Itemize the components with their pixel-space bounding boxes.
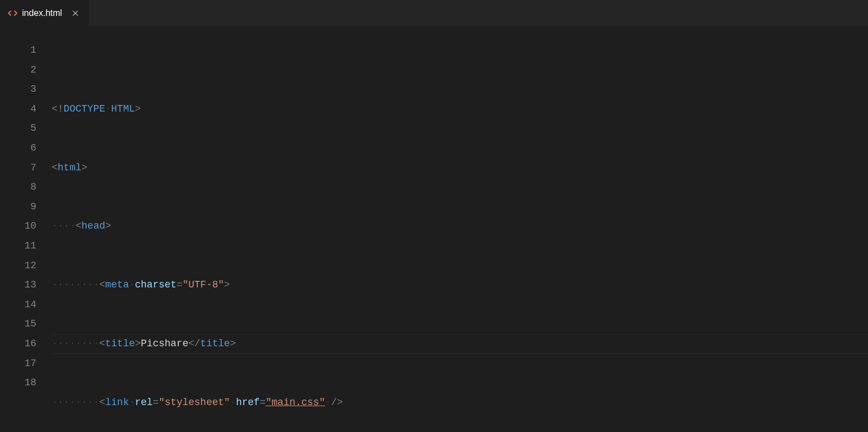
line-number: 11 [8,236,36,256]
line-number: 2 [8,60,36,80]
line-number: 1 [8,41,36,60]
line-number: 4 [8,99,36,119]
line-number-gutter: 1 2 3 4 5 6 7 8 9 10 11 12 13 14 15 16 1… [8,26,52,432]
tab-bar: index.html [0,0,868,26]
line-number: 16 [8,334,36,354]
line-number: 15 [8,314,36,334]
line-number: 9 [8,197,36,217]
line-number: 18 [8,373,36,393]
code-area[interactable]: <!DOCTYPE·HTML> <html> ····<head> ······… [52,26,868,432]
line-number: 17 [8,354,36,374]
code-line[interactable]: <html> [52,158,868,178]
line-number: 13 [8,275,36,295]
line-number: 6 [8,139,36,158]
code-line[interactable]: ····<head> [52,217,868,236]
line-number: 8 [8,178,36,197]
code-html-icon [8,8,18,18]
line-number: 14 [8,295,36,315]
line-number: 12 [8,256,36,276]
code-line[interactable]: ········<link·rel="stylesheet"·href="mai… [52,393,868,413]
editor[interactable]: 1 2 3 4 5 6 7 8 9 10 11 12 13 14 15 16 1… [0,26,868,432]
code-line[interactable]: ········<meta·charset="UTF-8"> [52,275,868,295]
tab-index-html[interactable]: index.html [0,0,89,26]
code-line[interactable]: <!DOCTYPE·HTML> [52,99,868,119]
line-number: 7 [8,158,36,178]
tab-label: index.html [22,8,62,18]
line-number: 10 [8,217,36,236]
close-icon[interactable] [70,8,81,19]
gutter-margin [0,26,8,432]
code-line[interactable]: ········<title>Picshare</title> [52,334,868,354]
line-number: 5 [8,119,36,139]
line-number: 3 [8,80,36,99]
